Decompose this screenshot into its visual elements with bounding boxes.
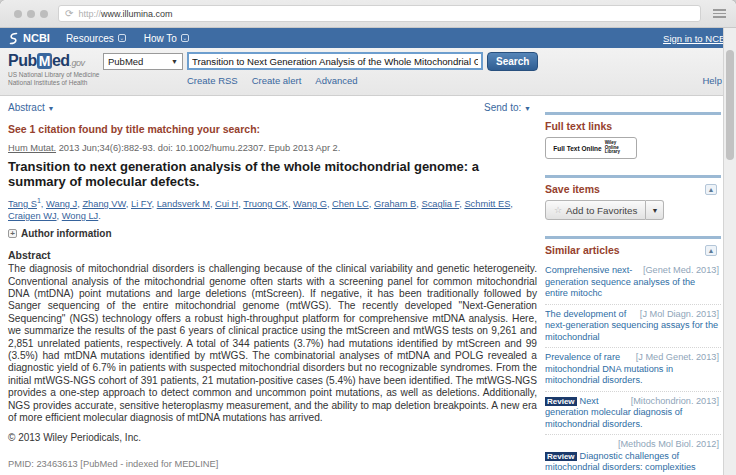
create-rss-link[interactable]: Create RSS: [187, 75, 238, 86]
author-information-toggle[interactable]: + Author information: [8, 228, 537, 239]
article-source: [Mitochondrion. 2013]: [631, 396, 719, 408]
save-items-heading: Save items: [545, 183, 600, 195]
create-alert-link[interactable]: Create alert: [252, 75, 302, 86]
logo-pub: Pub: [8, 52, 37, 69]
browser-chrome: ⟳ http://www.illumina.com: [0, 0, 736, 28]
logo-m-badge: M: [37, 53, 52, 69]
star-icon: ☆: [554, 205, 562, 215]
author-link[interactable]: Chen LC: [332, 199, 369, 209]
author-link[interactable]: Cui H: [215, 199, 238, 209]
url-host: www.illumina.com: [101, 9, 173, 19]
related-article-item[interactable]: [Methods Mol Biol. 2012]ReviewDiagnostic…: [545, 435, 721, 475]
author-link[interactable]: Landsverk M: [157, 199, 210, 209]
article-source: [J Mol Diagn. 2013]: [640, 309, 719, 321]
citation-line: Hum Mutat. 2013 Jun;34(6):882-93. doi: 1…: [8, 143, 537, 153]
browser-menu-icon[interactable]: [713, 9, 726, 18]
wiley-online-library-logo: Wiley Online Library: [605, 141, 629, 155]
author-link[interactable]: Tang S: [8, 199, 37, 209]
url-scheme: http://: [78, 9, 101, 19]
display-format-dropdown[interactable]: Abstract ▼: [8, 102, 54, 113]
collapse-section-icon[interactable]: ▲: [705, 245, 717, 256]
search-result-note: See 1 citation found by title matching y…: [8, 123, 537, 135]
chevron-down-icon: ⌄: [181, 34, 189, 42]
author-link[interactable]: Scaglia F: [421, 199, 459, 209]
author-link[interactable]: Zhang VW: [82, 199, 125, 209]
nav-how-to[interactable]: How To ⌄: [144, 33, 189, 44]
full-text-links-heading: Full text links: [545, 120, 612, 132]
author-link[interactable]: Graham B: [374, 199, 416, 209]
similar-articles-heading: Similar articles: [545, 244, 620, 256]
advanced-link[interactable]: Advanced: [315, 75, 357, 86]
author-link[interactable]: Li FY: [131, 199, 152, 209]
article-title: Transition to next generation analysis o…: [8, 159, 537, 189]
address-bar[interactable]: ⟳ http://www.illumina.com: [58, 5, 701, 22]
save-items-section: Save items ▲ ☆ Add to Favorites ▼: [545, 175, 721, 220]
author-link[interactable]: Schmitt ES: [464, 199, 510, 209]
nav-how-to-label: How To: [144, 33, 177, 44]
collapse-section-icon[interactable]: ▲: [705, 184, 717, 195]
nav-resources-label: Resources: [66, 33, 114, 44]
journal-link[interactable]: Hum Mutat.: [8, 143, 56, 153]
wiley-full-text-button[interactable]: Full Text Online Wiley Online Library: [545, 137, 637, 159]
author-link[interactable]: Wang G: [293, 199, 327, 209]
author-link[interactable]: Wang J: [46, 199, 77, 209]
select-arrow-icon: ▼: [171, 58, 178, 65]
discovery-sidebar: Full text links Full Text Online Wiley O…: [545, 96, 723, 475]
related-article-item[interactable]: [Genet Med. 2013]Comprehensive next-gene…: [545, 261, 721, 305]
send-to-dropdown[interactable]: Send to: ▼: [484, 102, 531, 113]
article-source: [Genet Med. 2013]: [643, 265, 719, 277]
related-article-item[interactable]: [J Mol Diagn. 2013]The development of ne…: [545, 305, 721, 349]
window-controls[interactable]: [14, 10, 48, 18]
favorites-dropdown-button[interactable]: ▼: [646, 200, 664, 220]
abstract-text: The diagnosis of mitochondrial disorders…: [8, 263, 537, 424]
review-badge: Review: [545, 397, 577, 406]
chevron-down-icon: ▼: [47, 105, 54, 112]
related-article-item[interactable]: [J Med Genet. 2013]Prevalence of rare mi…: [545, 348, 721, 392]
full-text-links-section: Full text links Full Text Online Wiley O…: [545, 112, 721, 159]
related-article-item[interactable]: [Mitochondrion. 2013]ReviewNext generati…: [545, 392, 721, 436]
help-link[interactable]: Help: [702, 75, 722, 86]
article-source: [Methods Mol Biol. 2012]: [618, 439, 719, 451]
chevron-down-icon: ▼: [524, 105, 531, 112]
article-main: Abstract ▼ Send to: ▼ See 1 citation fou…: [0, 96, 545, 475]
ncbi-dna-icon: [8, 32, 19, 45]
nav-resources[interactable]: Resources ⌄: [66, 33, 126, 44]
expand-plus-icon: +: [8, 229, 17, 238]
similar-articles-list: [Genet Med. 2013]Comprehensive next-gene…: [545, 261, 721, 475]
copyright-line: © 2013 Wiley Periodicals, Inc.: [8, 432, 537, 443]
sign-in-link[interactable]: Sign in to NCBI: [663, 33, 728, 44]
ncbi-logo[interactable]: NCBI: [8, 32, 50, 45]
reload-icon[interactable]: ⟳: [65, 8, 73, 19]
search-button[interactable]: Search: [487, 52, 538, 71]
scrollbar[interactable]: [723, 28, 736, 475]
scrollbar-thumb[interactable]: [726, 50, 734, 160]
browser-window: ⟳ http://www.illumina.com NCBI Resources…: [0, 0, 736, 475]
review-badge: Review: [545, 452, 577, 461]
logo-gov: .gov: [70, 58, 85, 68]
add-to-favorites-button[interactable]: ☆ Add to Favorites: [545, 200, 646, 220]
similar-articles-section: Similar articles ▲ [Genet Med. 2013]Comp…: [545, 236, 721, 475]
full-text-online-label: Full Text Online: [553, 145, 601, 152]
article-source: [J Med Genet. 2013]: [636, 352, 719, 364]
nlm-tagline: US National Library of Medicine National…: [8, 71, 99, 86]
author-link[interactable]: Craigen WJ: [8, 211, 57, 221]
author-link[interactable]: Truong CK: [243, 199, 288, 209]
abstract-heading: Abstract: [8, 249, 537, 261]
ncbi-header-bar: NCBI Resources ⌄ How To ⌄ Sign in to NCB…: [0, 28, 736, 48]
window-maximize-button[interactable]: [40, 10, 48, 18]
pubmed-logo[interactable]: PubMed.gov US National Library of Medici…: [8, 52, 99, 86]
database-selected-value: PubMed: [108, 56, 143, 67]
pubmed-header: PubMed.gov US National Library of Medici…: [0, 48, 736, 96]
ncbi-brand: NCBI: [23, 32, 50, 44]
window-minimize-button[interactable]: [27, 10, 35, 18]
search-input[interactable]: [187, 52, 483, 70]
window-close-button[interactable]: [14, 10, 22, 18]
author-link[interactable]: Wong LJ: [62, 211, 99, 221]
chevron-down-icon: ⌄: [118, 34, 126, 42]
pmid-line: PMID: 23463613 [PubMed - indexed for MED…: [8, 459, 537, 469]
database-select[interactable]: PubMed ▼: [103, 53, 183, 70]
author-list: Tang S1, Wang J, Zhang VW, Li FY, Landsv…: [8, 195, 537, 222]
logo-ed: ed: [52, 52, 70, 69]
